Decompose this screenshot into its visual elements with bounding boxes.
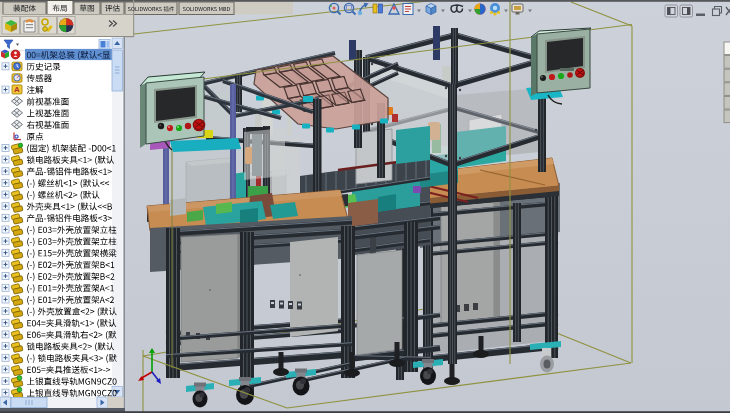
svg-text:A: A — [14, 85, 20, 94]
